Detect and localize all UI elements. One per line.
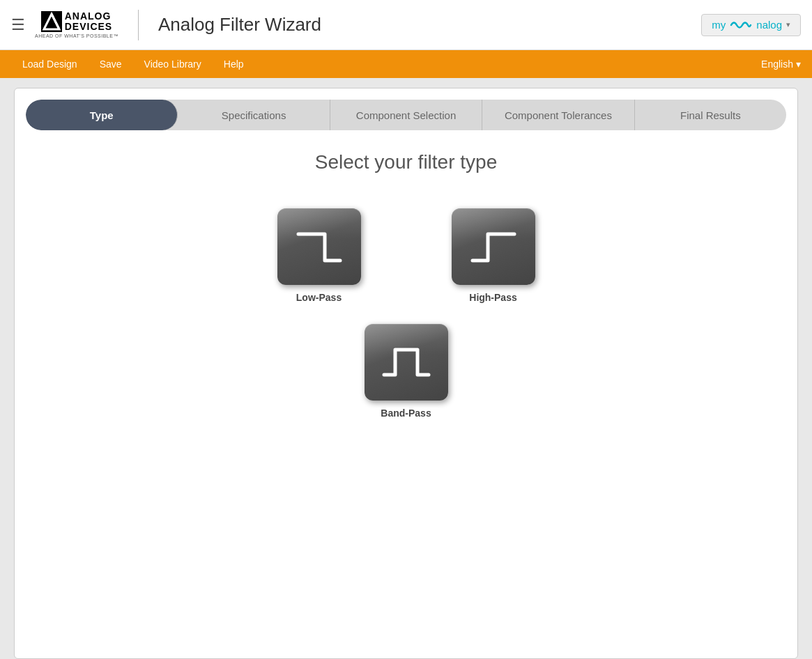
language-label: English xyxy=(761,59,793,70)
app-header: ☰ ANALOG DEVICES AHEAD OF WHAT'S POSSIBL… xyxy=(0,0,812,50)
filter-option-high-pass[interactable]: High-Pass xyxy=(452,208,535,303)
filter-option-low-pass[interactable]: Low-Pass xyxy=(277,208,361,303)
logo-area: ANALOG DEVICES AHEAD OF WHAT'S POSSIBLE™… xyxy=(35,10,321,40)
analog-devices-logo: ANALOG DEVICES AHEAD OF WHAT'S POSSIBLE™ xyxy=(35,11,118,39)
low-pass-label: Low-Pass xyxy=(296,292,342,303)
content-area: Select your filter type Low-Pass xyxy=(26,130,786,440)
main-navbar: Load Design Save Video Library Help Engl… xyxy=(0,50,812,78)
analog-wave-icon xyxy=(730,19,752,31)
wizard-tabs: Type Specifications Component Selection … xyxy=(26,100,786,130)
high-pass-label: High-Pass xyxy=(469,292,516,303)
tab-type[interactable]: Type xyxy=(26,100,178,130)
header-divider xyxy=(138,10,139,40)
tab-specifications[interactable]: Specifications xyxy=(178,100,330,130)
wizard-container: Type Specifications Component Selection … xyxy=(14,88,798,659)
tab-final-results[interactable]: Final Results xyxy=(635,100,786,130)
nav-save[interactable]: Save xyxy=(89,50,133,78)
filter-type-grid: Low-Pass High-Pass xyxy=(277,208,535,419)
my-analog-label: my xyxy=(712,19,726,31)
language-chevron-icon: ▾ xyxy=(796,59,801,70)
band-pass-icon xyxy=(378,337,434,387)
band-pass-label: Band-Pass xyxy=(381,408,431,419)
my-analog-suffix: nalog xyxy=(756,19,782,31)
filter-option-band-pass[interactable]: Band-Pass xyxy=(365,324,448,419)
logo-analog-text: ANALOG xyxy=(65,11,112,22)
my-analog-chevron-icon: ▾ xyxy=(786,20,790,29)
language-selector[interactable]: English ▾ xyxy=(761,59,801,70)
nav-video-library[interactable]: Video Library xyxy=(133,50,213,78)
filter-row-1: Low-Pass High-Pass xyxy=(277,208,535,303)
tab-component-selection[interactable]: Component Selection xyxy=(330,100,482,130)
band-pass-icon-box xyxy=(365,324,448,401)
logo-icon xyxy=(41,11,62,32)
nav-help[interactable]: Help xyxy=(213,50,255,78)
logo-text: ANALOG DEVICES xyxy=(65,11,112,33)
hamburger-menu[interactable]: ☰ xyxy=(11,16,25,34)
page-title: Select your filter type xyxy=(315,151,497,173)
low-pass-icon xyxy=(291,222,347,272)
my-analog-button[interactable]: my nalog ▾ xyxy=(701,14,801,36)
logo-tagline: AHEAD OF WHAT'S POSSIBLE™ xyxy=(35,33,118,38)
tab-component-tolerances[interactable]: Component Tolerances xyxy=(482,100,634,130)
nav-load-design[interactable]: Load Design xyxy=(11,50,89,78)
high-pass-icon-box xyxy=(452,208,535,285)
logo-devices-text: DEVICES xyxy=(65,22,112,32)
low-pass-icon-box xyxy=(277,208,361,285)
filter-row-2: Band-Pass xyxy=(365,324,448,419)
main-content: Type Specifications Component Selection … xyxy=(0,78,812,659)
app-title: Analog Filter Wizard xyxy=(158,14,321,36)
high-pass-icon xyxy=(466,222,521,272)
